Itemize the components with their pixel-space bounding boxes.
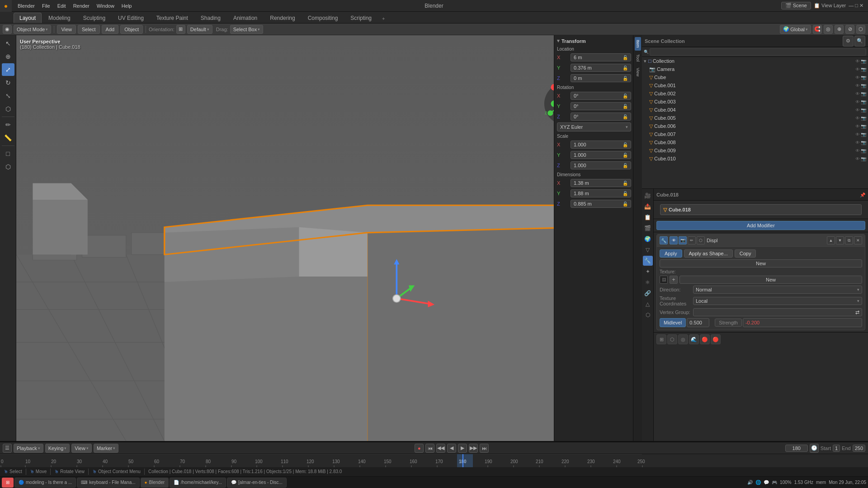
taskbar-network-icon[interactable]: 🌐	[755, 480, 761, 485]
end-frame-field[interactable]: 250	[853, 445, 865, 452]
tool-annotate[interactable]: ✏	[2, 118, 14, 131]
props-extra-icon-1[interactable]: ⊞	[656, 334, 666, 344]
menu-edit[interactable]: Edit	[54, 2, 69, 9]
collection-vis-icon[interactable]: 👁	[855, 59, 860, 64]
tool-rotate[interactable]: ↻	[2, 76, 14, 89]
cube007-render-icon[interactable]: 📷	[861, 132, 866, 137]
cube004-eye-icon[interactable]: 👁	[855, 108, 860, 113]
copy-button[interactable]: Copy	[735, 249, 756, 258]
object-menu[interactable]: Object	[120, 25, 143, 34]
xray-btn[interactable]: ⬡	[856, 25, 865, 34]
dim-z-lock-icon[interactable]: 🔓	[623, 202, 628, 206]
rot-x-lock-icon[interactable]: 🔓	[623, 94, 628, 99]
taskbar-item-discord[interactable]: 💬 [almar-en-ties - Disc...	[227, 478, 287, 488]
props-tab-constraints[interactable]: 🔗	[643, 288, 653, 298]
tab-animation[interactable]: Animation	[227, 13, 263, 23]
keying-dropdown[interactable]: Keying ▾	[45, 444, 70, 453]
tab-texture-paint[interactable]: Texture Paint	[151, 13, 194, 23]
timeline-menu-btn[interactable]: ☰	[3, 444, 12, 453]
menu-render[interactable]: Render	[70, 2, 93, 9]
dim-x-lock-icon[interactable]: 🔓	[623, 181, 628, 186]
timeline-play-btn[interactable]: ▶	[458, 444, 467, 453]
loc-x-field[interactable]: 6 m 🔓	[571, 53, 631, 61]
mod-up-icon[interactable]: ▲	[827, 236, 835, 244]
menu-file[interactable]: File	[39, 2, 53, 9]
apply-button[interactable]: Apply	[660, 249, 682, 258]
props-tab-render[interactable]: 🎥	[643, 191, 653, 201]
direction-dropdown[interactable]: Normal ▾	[693, 286, 862, 294]
outliner-item-cube002[interactable]: ▽ Cube.002 👁 📷	[642, 89, 868, 98]
cube005-render-icon[interactable]: 📷	[861, 116, 866, 121]
taskbar-chat-icon[interactable]: 💬	[764, 480, 769, 485]
vertex-group-swap-icon[interactable]: ⇄	[855, 310, 859, 315]
dim-y-field[interactable]: 1.88 m 🔓	[571, 189, 631, 197]
add-workspace-button[interactable]: +	[378, 14, 388, 23]
props-tab-world[interactable]: 🌍	[643, 234, 653, 244]
menu-window[interactable]: Window	[94, 2, 118, 9]
start-frame-field[interactable]: 1	[833, 445, 840, 452]
loc-z-field[interactable]: 0 m 🔓	[571, 74, 631, 82]
window-controls[interactable]: — □ ✕	[849, 3, 863, 9]
mod-realtime-icon[interactable]: 👁	[670, 236, 678, 244]
loc-z-lock-icon[interactable]: 🔓	[623, 76, 628, 81]
cube007-eye-icon[interactable]: 👁	[855, 132, 860, 137]
dim-z-field[interactable]: 0.885 m 🔓	[571, 200, 631, 208]
tab-rendering[interactable]: Rendering	[264, 13, 301, 23]
select-menu[interactable]: Select	[78, 25, 100, 34]
timeline-play-reverse-btn[interactable]: ◀	[447, 444, 456, 453]
tab-sculpting[interactable]: Sculpting	[77, 13, 111, 23]
collection-render-icon[interactable]: 📷	[861, 59, 866, 64]
new-texture-button[interactable]: New	[660, 259, 862, 267]
outliner-item-cube005[interactable]: ▽ Cube.005 👁 📷	[642, 114, 868, 122]
outliner-item-cube007[interactable]: ▽ Cube.007 👁 📷	[642, 130, 868, 138]
taskbar-item-keyboard[interactable]: ⌨ keyboard - File Mana...	[77, 478, 139, 488]
scene-selector[interactable]: 🎬 Scene	[781, 2, 811, 9]
cube002-render-icon[interactable]: 📷	[861, 91, 866, 96]
props-pin-icon[interactable]: 📌	[860, 192, 865, 197]
outliner-item-cube009[interactable]: ▽ Cube.009 👁 📷	[642, 146, 868, 155]
tool-add-cube[interactable]: □	[2, 147, 14, 160]
rot-x-field[interactable]: 0° 🔓	[571, 92, 631, 100]
cube010-render-icon[interactable]: 📷	[861, 156, 866, 161]
props-extra-icon-5[interactable]: 🔴	[700, 334, 710, 344]
outliner-item-scene-collection[interactable]: ▾ □ Collection 👁 📷	[642, 57, 868, 65]
props-extra-icon-6[interactable]: 🔴	[711, 334, 721, 344]
dim-y-lock-icon[interactable]: 🔓	[623, 191, 628, 196]
cube006-eye-icon[interactable]: 👁	[855, 124, 860, 129]
taskbar-start-btn[interactable]: ⊞	[2, 478, 14, 488]
tool-select[interactable]: ↖	[2, 37, 14, 50]
tab-shading[interactable]: Shading	[195, 13, 226, 23]
proportional-edit-btn[interactable]: ◎	[824, 25, 833, 34]
taskbar-discord-status-icon[interactable]: 🎮	[772, 480, 777, 485]
snap-btn[interactable]: 🧲	[813, 25, 822, 34]
taskbar-item-file[interactable]: 📄 /home/michael/key...	[170, 478, 226, 488]
timeline-skip-first-btn[interactable]: ⏮	[425, 444, 434, 453]
camera-restrict-icon[interactable]: 📷	[861, 67, 866, 72]
tool-tab[interactable]: Tool	[635, 52, 641, 65]
props-extra-icon-2[interactable]: ⬡	[667, 334, 677, 344]
item-tab[interactable]: Item	[635, 37, 641, 51]
outliner-item-cube001[interactable]: ▽ Cube.001 👁 📷	[642, 81, 868, 89]
props-tab-material[interactable]: ⬡	[643, 310, 653, 320]
show-overlay-btn[interactable]: ⊘	[845, 25, 854, 34]
cube008-render-icon[interactable]: 📷	[861, 140, 866, 145]
props-tab-output[interactable]: 📤	[643, 202, 653, 211]
props-extra-icon-3[interactable]: ◎	[678, 334, 688, 344]
cube010-eye-icon[interactable]: 👁	[855, 156, 860, 161]
object-name-field[interactable]: ▽ Cube.018	[660, 204, 862, 215]
mod-cage-icon[interactable]: ⬡	[697, 236, 705, 244]
cube003-eye-icon[interactable]: 👁	[855, 99, 860, 104]
playback-dropdown[interactable]: Playback ▾	[14, 444, 43, 453]
cube001-eye-icon[interactable]: 👁	[855, 83, 860, 88]
cube009-eye-icon[interactable]: 👁	[855, 148, 860, 153]
dim-x-field[interactable]: 1.38 m 🔓	[571, 179, 631, 187]
cube004-render-icon[interactable]: 📷	[861, 108, 866, 113]
loc-y-field[interactable]: 0.376 m 🔓	[571, 64, 631, 72]
outliner-item-cube[interactable]: ▽ Cube 👁 📷	[642, 73, 868, 81]
tool-move[interactable]: ⤢	[2, 63, 14, 76]
props-tab-physics[interactable]: ⚛	[643, 277, 653, 287]
camera-eye-icon[interactable]: 👁	[855, 67, 860, 72]
taskbar-volume-icon[interactable]: 🔊	[747, 480, 753, 485]
props-tab-data[interactable]: △	[643, 299, 653, 309]
tool-transform[interactable]: ⬡	[2, 103, 14, 115]
